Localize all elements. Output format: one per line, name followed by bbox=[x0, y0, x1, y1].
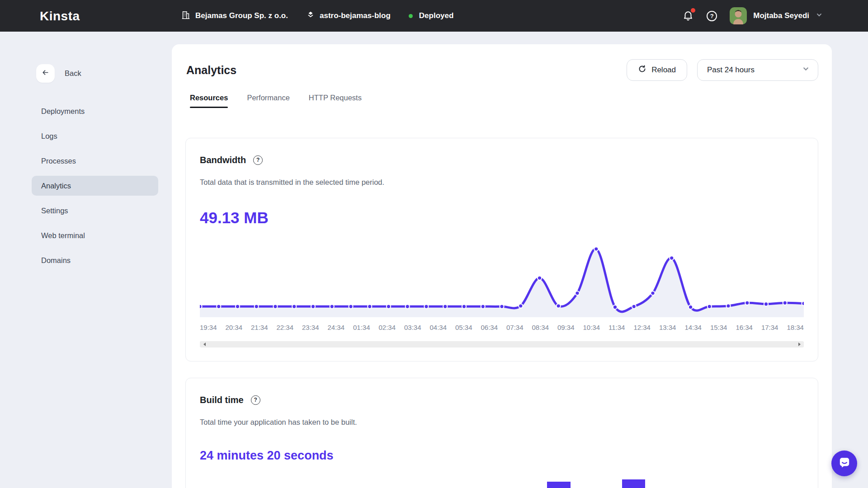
x-axis-tick: 08:34 bbox=[532, 324, 549, 332]
select-chevron-down-icon bbox=[802, 65, 810, 75]
tab-performance[interactable]: Performance bbox=[247, 94, 289, 108]
bandwidth-description: Total data that is transmitted in the se… bbox=[200, 177, 804, 187]
chevron-down-icon bbox=[816, 11, 823, 20]
build-time-help-icon[interactable]: ? bbox=[251, 395, 260, 405]
bandwidth-help-icon[interactable]: ? bbox=[253, 155, 263, 165]
context-switcher: Bejamas Group Sp. z o.o. astro-bejamas-b… bbox=[181, 0, 453, 32]
time-range-select[interactable]: Past 24 hours bbox=[697, 59, 818, 81]
bandwidth-title-row: Bandwidth ? bbox=[200, 154, 804, 166]
x-axis-tick: 04:34 bbox=[430, 324, 447, 332]
deployed-status-dot bbox=[409, 14, 413, 18]
reload-button[interactable]: Reload bbox=[627, 59, 687, 81]
back-label: Back bbox=[65, 69, 81, 78]
help-button[interactable]: ? bbox=[707, 11, 717, 21]
deploy-status: Deployed bbox=[409, 11, 454, 20]
user-name: Mojtaba Seyedi bbox=[753, 11, 809, 20]
x-axis-tick: 09:34 bbox=[557, 324, 575, 332]
build-time-title: Build time bbox=[200, 395, 244, 405]
x-axis-tick: 15:34 bbox=[710, 324, 727, 332]
back-row: Back bbox=[36, 64, 81, 83]
bandwidth-panel: Bandwidth ? Total data that is transmitt… bbox=[185, 138, 818, 361]
x-axis-tick: 21:34 bbox=[251, 324, 268, 332]
x-axis-tick: 03:34 bbox=[404, 324, 421, 332]
app-stack-icon bbox=[306, 10, 315, 22]
x-axis-tick: 19:34 bbox=[200, 324, 217, 332]
x-axis-tick: 13:34 bbox=[659, 324, 676, 332]
company-name: Bejamas Group Sp. z o.o. bbox=[195, 11, 288, 20]
sidebar-item-settings[interactable]: Settings bbox=[32, 201, 158, 221]
notifications-button[interactable] bbox=[682, 10, 694, 22]
main-card: Analytics Reload Past 24 hours Resources… bbox=[172, 44, 832, 488]
build-time-total: 24 minutes 20 seconds bbox=[200, 448, 804, 463]
sidebar-item-deployments[interactable]: Deployments bbox=[32, 101, 158, 121]
arrow-left-icon bbox=[41, 68, 50, 79]
notification-badge bbox=[691, 8, 695, 13]
build-time-bar bbox=[547, 482, 571, 488]
x-axis-tick: 24:34 bbox=[328, 324, 345, 332]
build-time-panel: Build time ? Total time your application… bbox=[185, 378, 818, 488]
building-icon bbox=[181, 10, 191, 22]
header-actions: Reload Past 24 hours bbox=[627, 59, 818, 81]
top-right-actions: ? Mojtaba Seyedi bbox=[682, 0, 823, 32]
deployed-status-label: Deployed bbox=[419, 11, 454, 20]
sidebar-item-analytics[interactable]: Analytics bbox=[32, 176, 158, 196]
x-axis-tick: 07:34 bbox=[506, 324, 524, 332]
x-axis-tick: 05:34 bbox=[455, 324, 472, 332]
scroll-right-arrow[interactable] bbox=[796, 341, 803, 347]
sidebar-nav: DeploymentsLogsProcessesAnalyticsSetting… bbox=[32, 101, 158, 270]
question-mark-icon: ? bbox=[710, 13, 714, 19]
kinsta-logo: Kinsta bbox=[40, 9, 80, 23]
x-axis-tick: 18:34 bbox=[787, 324, 804, 332]
x-axis-tick: 16:34 bbox=[736, 324, 753, 332]
scroll-left-arrow[interactable] bbox=[201, 341, 208, 347]
x-axis-tick: 06:34 bbox=[481, 324, 498, 332]
x-axis-tick: 10:34 bbox=[583, 324, 600, 332]
x-axis-tick: 11:34 bbox=[609, 324, 625, 332]
page-header: Analytics Reload Past 24 hours bbox=[185, 59, 818, 81]
company-selector[interactable]: Bejamas Group Sp. z o.o. bbox=[181, 10, 288, 22]
analytics-tabs: ResourcesPerformanceHTTP Requests bbox=[185, 94, 818, 108]
bandwidth-total: 49.13 MB bbox=[200, 208, 804, 228]
build-time-description: Total time your application has taken to… bbox=[200, 417, 804, 427]
top-bar: Kinsta Bejamas Group Sp. z o.o. astro-be… bbox=[0, 0, 868, 32]
build-time-title-row: Build time ? bbox=[200, 394, 804, 406]
app-name: astro-bejamas-blog bbox=[320, 11, 391, 20]
sidebar-item-web-terminal[interactable]: Web terminal bbox=[32, 225, 158, 245]
bandwidth-title: Bandwidth bbox=[200, 155, 246, 165]
back-button[interactable] bbox=[36, 64, 55, 83]
app-selector[interactable]: astro-bejamas-blog bbox=[306, 10, 391, 22]
build-time-bar-chart bbox=[200, 469, 804, 488]
x-axis-tick: 02:34 bbox=[379, 324, 396, 332]
bandwidth-x-axis: 19:3420:3421:3422:3423:3424:3401:3402:34… bbox=[200, 324, 804, 332]
x-axis-tick: 23:34 bbox=[302, 324, 319, 332]
bandwidth-line-chart bbox=[200, 239, 804, 318]
reload-icon bbox=[638, 65, 646, 75]
x-axis-tick: 17:34 bbox=[761, 324, 778, 332]
chat-bubble-icon bbox=[838, 456, 851, 471]
user-menu[interactable]: Mojtaba Seyedi bbox=[730, 7, 823, 24]
sidebar-item-processes[interactable]: Processes bbox=[32, 151, 158, 171]
sidebar-item-logs[interactable]: Logs bbox=[32, 126, 158, 146]
x-axis-tick: 22:34 bbox=[277, 324, 294, 332]
x-axis-tick: 12:34 bbox=[633, 324, 651, 332]
sidebar-item-domains[interactable]: Domains bbox=[32, 250, 158, 270]
x-axis-tick: 01:34 bbox=[353, 324, 370, 332]
build-time-bar bbox=[622, 479, 645, 488]
time-range-value: Past 24 hours bbox=[707, 66, 755, 75]
reload-label: Reload bbox=[651, 66, 676, 75]
x-axis-tick: 14:34 bbox=[684, 324, 702, 332]
tab-resources[interactable]: Resources bbox=[190, 94, 228, 108]
tab-http-requests[interactable]: HTTP Requests bbox=[309, 94, 362, 108]
page-title: Analytics bbox=[186, 64, 236, 77]
chart-scrollbar[interactable] bbox=[200, 341, 804, 347]
x-axis-tick: 20:34 bbox=[226, 324, 243, 332]
user-avatar bbox=[730, 7, 747, 24]
bell-icon bbox=[682, 15, 694, 23]
chat-launcher-button[interactable] bbox=[831, 450, 857, 476]
